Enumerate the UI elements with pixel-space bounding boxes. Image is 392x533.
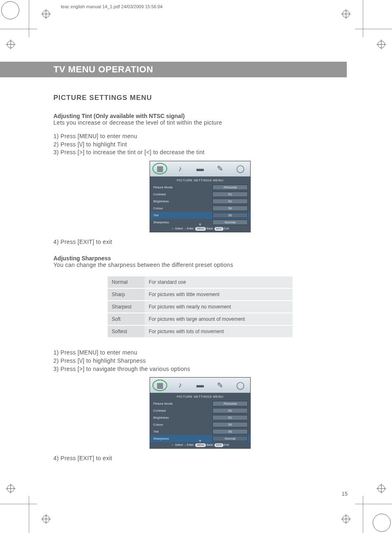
sharpness-desc-cell: For pictures with lots of movement <box>145 326 293 338</box>
osd-tab-icon: ♪ <box>173 163 187 174</box>
regmark-icon <box>39 512 53 526</box>
osd-footer: ▼↔ Select ↓ Enter MENU Back EXIT Exit <box>150 226 250 232</box>
step: 2) Press [\/] to highlight Sharpness <box>53 357 347 365</box>
osd-row-label: Colour <box>150 423 212 426</box>
osd-tab-icon: ◯ <box>233 163 248 174</box>
crop-line <box>363 496 363 533</box>
sharpness-name: Sharpest <box>108 301 145 313</box>
sharpness-name: Normal <box>108 276 145 289</box>
osd-tab-icon: ▦ <box>152 163 167 174</box>
osd-row-label: Picture Mode <box>150 185 212 189</box>
table-row: SharpFor pictures with little movement <box>108 289 293 301</box>
osd-row-label: Brightness <box>150 199 212 203</box>
section-title: TV MENU OPERATION <box>53 64 153 75</box>
osd-row-value: 51 <box>212 415 248 420</box>
sharpness-desc-cell: For pictures with nearly no movement <box>145 301 293 313</box>
osd-title: PICTURE SETTINGS MENU <box>150 177 250 184</box>
sharpness-heading: Adjusting Sharpness <box>53 255 347 262</box>
osd-row: Contrast51 <box>150 191 250 198</box>
osd-row-value: 50 <box>212 206 248 211</box>
osd-tab-icon: ▦ <box>152 380 167 391</box>
regmark-icon <box>339 512 353 526</box>
sharpness-desc: You can change the sharpness between the… <box>53 262 347 268</box>
pdf-header-text: teac english manual 14_1.pdf 24/03/2009 … <box>61 4 163 9</box>
osd-row-label: Tint <box>150 430 212 433</box>
table-row: SoftFor pictures with large amount of mo… <box>108 313 293 326</box>
step: 1) Press [MENU] to enter menu <box>53 349 347 357</box>
crop-line <box>363 0 363 37</box>
osd-tab-icon: ▬ <box>193 380 208 391</box>
sharpness-name: Softest <box>108 326 145 338</box>
regmark-icon <box>375 482 388 495</box>
osd-row: Brightness51 <box>150 198 250 205</box>
sharpness-desc-cell: For pictures with large amount of moveme… <box>145 313 293 326</box>
regmark-icon <box>339 7 353 21</box>
sharpness-exit: 4) Press [EXIT] to exit <box>53 454 347 463</box>
osd-row-value: 50 <box>212 429 248 434</box>
osd-row-label: Picture Mode <box>150 402 212 406</box>
osd-row-value: 51 <box>212 192 248 197</box>
osd-tab-icon: ✎ <box>213 163 228 174</box>
sharpness-name: Soft <box>108 313 145 326</box>
regmark-icon <box>375 38 388 51</box>
osd-row-label: Brightness <box>150 416 212 419</box>
sharpness-name: Sharp <box>108 289 145 301</box>
step: 3) Press [>] to increase the tint or [<]… <box>53 148 347 157</box>
osd-row-value: Normal <box>212 436 248 441</box>
osd-row-value: 51 <box>212 199 248 204</box>
osd-row: Tint50 <box>150 212 250 219</box>
crop-line <box>355 29 392 29</box>
sharpness-steps: 1) Press [MENU] to enter menu 2) Press [… <box>53 349 347 373</box>
osd-row-value: Personal <box>212 185 248 190</box>
osd-tab-icon: ♪ <box>173 380 187 391</box>
osd-row-value: Normal <box>212 220 248 225</box>
page-number: 15 <box>342 491 348 497</box>
osd-tab-icon: ▬ <box>193 163 208 174</box>
osd-row: Picture ModePersonal <box>150 400 250 407</box>
regmark-icon <box>39 7 53 21</box>
osd-row: Colour50 <box>150 205 250 212</box>
regmark-corner-icon <box>371 512 392 533</box>
regmark-icon <box>4 482 17 495</box>
osd-tab-icon: ◯ <box>233 380 248 391</box>
osd-row-label: Tint <box>150 213 212 217</box>
osd-footer: ▼↔ Select ↓ Enter MENU Back EXIT Exit <box>150 442 250 448</box>
osd-screenshot-tint: ▦♪▬✎◯PICTURE SETTINGS MENUPicture ModePe… <box>150 161 251 232</box>
osd-row-value: 50 <box>212 422 248 427</box>
osd-row-label: Colour <box>150 206 212 210</box>
step: 2) Press [\/] to highlight Tint <box>53 141 347 149</box>
regmark-icon <box>4 38 17 51</box>
osd-row-label: Sharpness <box>150 220 212 224</box>
tint-steps: 1) Press [MENU] to enter menu 2) Press [… <box>53 132 347 157</box>
crop-line <box>29 0 29 37</box>
table-row: SharpestFor pictures with nearly no move… <box>108 301 293 313</box>
sharpness-desc-cell: For pictures with little movement <box>145 289 293 301</box>
osd-title: PICTURE SETTINGS MENU <box>150 393 250 400</box>
osd-tab-icon: ✎ <box>213 380 228 391</box>
osd-row-label: Sharpness <box>150 437 212 440</box>
crop-line <box>355 504 392 504</box>
page-subtitle: PICTURE SETTINGS MENU <box>53 94 347 102</box>
crop-line <box>29 496 29 533</box>
osd-row: Contrast51 <box>150 407 250 414</box>
table-row: NormalFor standard use <box>108 276 293 289</box>
osd-row-value: 50 <box>212 213 248 218</box>
tint-exit: 4) Press [EXIT] to exit <box>53 238 347 246</box>
section-title-bar: TV MENU OPERATION <box>0 62 347 77</box>
osd-screenshot-sharpness: ▦♪▬✎◯PICTURE SETTINGS MENUPicture ModePe… <box>150 377 251 449</box>
sharpness-table: NormalFor standard useSharpFor pictures … <box>108 276 293 338</box>
step: 3) Press [>] to navigate through the var… <box>53 365 347 373</box>
regmark-corner-icon <box>0 0 21 21</box>
osd-row: Tint50 <box>150 428 250 435</box>
osd-row-label: Contrast <box>150 409 212 412</box>
osd-row-value: 51 <box>212 408 248 413</box>
tint-desc: Lets you increase or decrease the level … <box>53 119 347 126</box>
osd-row-value: Personal <box>212 401 248 406</box>
crop-line <box>0 504 37 504</box>
osd-row: Colour50 <box>150 421 250 428</box>
step: 1) Press [MENU] to enter menu <box>53 132 347 141</box>
sharpness-desc-cell: For standard use <box>145 276 293 289</box>
crop-line <box>0 29 37 29</box>
osd-row-label: Contrast <box>150 192 212 196</box>
osd-row: Brightness51 <box>150 414 250 421</box>
